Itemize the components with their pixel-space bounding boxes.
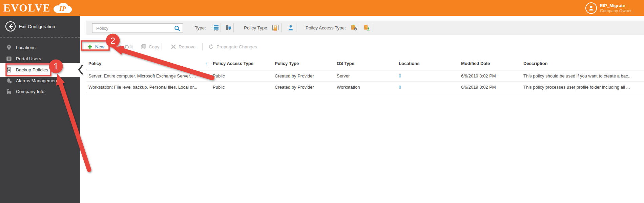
cell-policy: Server: Entire computer. Microsoft Excha… — [88, 71, 196, 82]
app-header: EVOLVE IP EIP_Migrate Compa — [0, 0, 644, 16]
column-header-os-type[interactable]: OS Type — [337, 58, 354, 70]
propagate-changes-button[interactable]: Propagate Changes — [208, 42, 257, 51]
filter-separator — [296, 23, 296, 32]
sort-ascending-icon[interactable]: ↑ — [205, 58, 207, 70]
table-row[interactable]: Workstation: File level backup. Personal… — [86, 82, 644, 93]
cell-policy-type: Created by Provider — [275, 71, 314, 82]
cell-description: This policy should be used if you want t… — [523, 71, 631, 82]
workstation-icon — [225, 24, 232, 31]
svg-text:IP: IP — [59, 5, 66, 12]
column-header-policy[interactable]: Policy — [88, 58, 101, 70]
sidebar-item-label: Locations — [16, 45, 36, 50]
remove-button-label: Remove — [179, 44, 195, 49]
column-header-policy-type[interactable]: Policy Type — [275, 58, 299, 70]
filter-policy-provider-button[interactable] — [270, 23, 281, 32]
new-button[interactable]: New — [87, 42, 104, 51]
cell-os-type: Workstation — [337, 82, 360, 93]
sidebar-item-locations[interactable]: Locations — [0, 42, 80, 53]
filter-separator — [221, 23, 221, 32]
column-header-description[interactable]: Description — [523, 58, 548, 70]
policy-user-icon — [363, 24, 371, 31]
cloud-logo-icon: IP — [52, 2, 73, 15]
table-row[interactable]: Server: Entire computer. Microsoft Excha… — [86, 71, 644, 82]
app-window: EVOLVE IP EIP_Migrate Compa — [0, 0, 644, 203]
sidebar-item-label: Portal Users — [16, 56, 41, 61]
filter-policy-user-button[interactable] — [286, 23, 296, 32]
sidebar-item-label: Backup Policies — [16, 67, 48, 72]
toolbar-separator — [202, 43, 203, 50]
search-input[interactable] — [92, 24, 183, 32]
cell-policy: Workstation: File level backup. Personal… — [88, 82, 197, 93]
column-header-locations[interactable]: Locations — [399, 58, 419, 70]
actions-toolbar: New Edit Copy Remove — [86, 42, 644, 51]
filter-access-public-button[interactable] — [349, 23, 359, 32]
copy-button[interactable]: Copy — [141, 42, 160, 51]
cell-policy-type: Created by Provider — [275, 82, 314, 93]
filter-bar: Type: Policy Type: — [86, 21, 644, 35]
user-role: Company Owner — [600, 8, 641, 14]
edit-button-label: Edit — [125, 44, 133, 49]
column-header-modified-date[interactable]: Modified Date — [461, 58, 490, 70]
filter-separator — [281, 23, 282, 32]
cell-locations-link[interactable]: 0 — [399, 82, 401, 93]
sidebar-item-portal-users[interactable]: Portal Users — [0, 53, 80, 64]
cell-modified-date: 6/6/2019 3:02 PM — [461, 71, 496, 82]
logo-text: EVOLVE — [3, 2, 50, 15]
cell-modified-date: 6/6/2019 3:02 PM — [461, 82, 496, 93]
copy-button-label: Copy — [149, 44, 160, 49]
user-meta: EIP_Migrate Company Owner — [600, 3, 641, 14]
table-header-row: Policy ↑ Policy Access Type Policy Type … — [86, 58, 644, 70]
sidebar-item-label: Alarms Management — [16, 78, 58, 83]
exit-configuration-label: Exit Configuration — [19, 24, 55, 29]
search-box — [92, 23, 183, 33]
filter-separator — [233, 23, 234, 32]
sidebar-item-company-info[interactable]: Company Info — [0, 86, 80, 97]
copy-icon — [141, 44, 146, 49]
column-header-policy-access-type[interactable]: Policy Access Type — [213, 58, 253, 70]
provider-policy-icon — [272, 24, 279, 31]
pencil-icon — [117, 44, 122, 49]
map-pin-icon — [6, 45, 12, 50]
sidebar-item-backup-policies[interactable]: Backup Policies — [0, 63, 80, 77]
cell-os-type: Server — [337, 71, 350, 82]
policy-access-type-filter-label: Policy Access Type: — [306, 24, 346, 32]
policy-scroll-icon — [6, 67, 12, 73]
user-policy-icon — [287, 24, 294, 31]
filter-separator — [360, 23, 360, 32]
user-name: EIP_Migrate — [600, 3, 641, 8]
filter-type-server-button[interactable] — [211, 23, 221, 32]
cell-description: This policy processes user profile folde… — [523, 82, 630, 93]
filter-type-workstation-button[interactable] — [223, 23, 233, 32]
user-menu[interactable]: EIP_Migrate Company Owner — [585, 2, 641, 15]
remove-x-icon — [171, 44, 176, 49]
filter-separator — [373, 23, 373, 32]
server-icon — [213, 24, 220, 31]
policy-lock-icon — [350, 24, 358, 31]
sidebar: Exit Configuration Locations Por — [0, 16, 80, 203]
building-icon — [6, 89, 12, 94]
new-button-label: New — [95, 44, 104, 49]
sidebar-item-alarms-management[interactable]: Alarms Management — [0, 75, 80, 86]
filter-access-private-button[interactable] — [362, 23, 372, 32]
cell-policy-access-type: Public — [213, 71, 225, 82]
remove-button[interactable]: Remove — [171, 42, 195, 51]
refresh-icon — [208, 44, 214, 49]
user-card-icon — [6, 56, 12, 62]
search-icon[interactable] — [174, 25, 180, 31]
user-avatar-icon — [585, 2, 597, 14]
cell-policy-access-type: Public — [213, 82, 225, 93]
policy-type-filter-label: Policy Type: — [244, 24, 269, 32]
edit-button[interactable]: Edit — [117, 42, 133, 51]
propagate-changes-label: Propagate Changes — [216, 44, 257, 49]
exit-configuration-button[interactable]: Exit Configuration — [0, 16, 80, 37]
type-filter-label: Type: — [195, 24, 206, 32]
toolbar-separator — [162, 43, 162, 50]
back-arrow-icon — [5, 21, 16, 32]
alarm-gear-icon — [6, 78, 12, 84]
sidebar-item-label: Company Info — [16, 89, 44, 94]
sidebar-divider — [0, 37, 80, 38]
plus-icon — [87, 44, 92, 49]
cell-locations-link[interactable]: 0 — [399, 71, 401, 82]
evolve-ip-logo: EVOLVE IP — [3, 2, 73, 15]
